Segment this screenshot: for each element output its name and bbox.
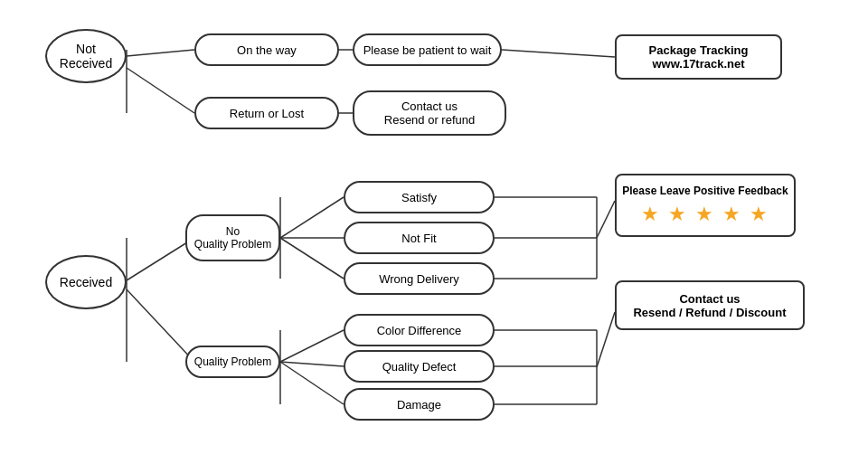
svg-line-26 bbox=[597, 312, 615, 367]
return-or-lost-label: Return or Lost bbox=[230, 107, 304, 120]
wrong-delivery-label: Wrong Delivery bbox=[379, 272, 459, 286]
svg-line-17 bbox=[597, 201, 615, 238]
received-label: Received bbox=[60, 275, 112, 289]
contact-resend-discount-node: Contact us Resend / Refund / Discount bbox=[615, 280, 805, 330]
be-patient-label: Please be patient to wait bbox=[363, 43, 492, 57]
quality-defect-node: Quality Defect bbox=[344, 350, 495, 383]
svg-line-20 bbox=[280, 362, 344, 404]
svg-line-19 bbox=[280, 362, 344, 366]
svg-line-4 bbox=[502, 50, 615, 57]
feedback-node: Please Leave Positive Feedback ★ ★ ★ ★ ★ bbox=[615, 174, 796, 237]
feedback-stars: ★ ★ ★ ★ ★ bbox=[641, 203, 769, 226]
quality-problem-node: Quality Problem bbox=[185, 346, 280, 378]
contact-resend-discount-label: Contact us Resend / Refund / Discount bbox=[633, 292, 786, 319]
satisfy-label: Satisfy bbox=[401, 191, 437, 204]
damage-label: Damage bbox=[397, 398, 441, 412]
return-or-lost-node: Return or Lost bbox=[194, 97, 339, 129]
svg-line-1 bbox=[127, 68, 194, 113]
not-fit-label: Not Fit bbox=[401, 232, 436, 245]
no-quality-problem-label: No Quality Problem bbox=[194, 225, 271, 251]
svg-line-11 bbox=[280, 238, 344, 279]
package-tracking-node: Package Tracking www.17track.net bbox=[615, 34, 782, 80]
quality-problem-label: Quality Problem bbox=[194, 355, 271, 368]
not-received-label: Not Received bbox=[60, 42, 112, 71]
damage-node: Damage bbox=[344, 388, 495, 421]
svg-line-0 bbox=[127, 50, 194, 56]
feedback-label: Please Leave Positive Feedback bbox=[622, 185, 788, 199]
package-tracking-label: Package Tracking www.17track.net bbox=[649, 43, 749, 71]
color-difference-label: Color Difference bbox=[377, 324, 462, 337]
no-quality-problem-node: No Quality Problem bbox=[185, 214, 280, 261]
svg-line-9 bbox=[280, 197, 344, 238]
satisfy-node: Satisfy bbox=[344, 181, 495, 213]
color-difference-node: Color Difference bbox=[344, 314, 495, 346]
not-fit-node: Not Fit bbox=[344, 222, 495, 254]
quality-defect-label: Quality Defect bbox=[382, 360, 457, 374]
on-the-way-node: On the way bbox=[194, 33, 339, 66]
on-the-way-label: On the way bbox=[237, 43, 297, 57]
contact-resend-refund-node: Contact us Resend or refund bbox=[353, 90, 506, 136]
svg-line-6 bbox=[127, 238, 194, 280]
svg-line-7 bbox=[127, 289, 194, 362]
svg-line-18 bbox=[280, 330, 344, 362]
contact-resend-refund-label: Contact us Resend or refund bbox=[384, 99, 475, 127]
wrong-delivery-node: Wrong Delivery bbox=[344, 262, 495, 295]
be-patient-node: Please be patient to wait bbox=[353, 33, 502, 66]
received-node: Received bbox=[45, 255, 127, 309]
not-received-node: Not Received bbox=[45, 29, 127, 83]
